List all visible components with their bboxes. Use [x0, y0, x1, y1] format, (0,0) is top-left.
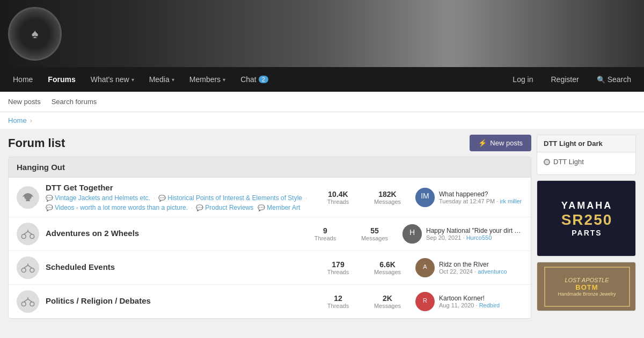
latest-date-scheduled: Oct 22, 2024: [439, 268, 473, 275]
forum-name-scheduled[interactable]: Scheduled Events: [46, 262, 310, 271]
lightning-icon: ⚡: [478, 139, 487, 147]
subforum-item: 💬 Videos - worth a lot more words than a…: [46, 204, 188, 211]
messages-label: Messages: [353, 235, 396, 241]
latest-title-scheduled[interactable]: Ridz on the RIver: [439, 261, 523, 268]
latest-date-dtt: Tuesday at 12:47 PM: [439, 198, 495, 204]
svg-point-11: [30, 302, 34, 306]
messages-label: Messages: [366, 199, 409, 205]
yamaha-text: PARTS: [572, 229, 602, 237]
nav-members[interactable]: Members ▾: [182, 67, 233, 92]
subforum-link-videos[interactable]: Videos - worth a lot more words than a p…: [55, 204, 188, 211]
svg-point-3: [30, 234, 34, 239]
new-posts-btn-label: New posts: [490, 139, 523, 147]
threads-count-adventures: 9: [304, 226, 347, 235]
forum-stats-scheduled-threads: 179 Threads: [317, 260, 360, 275]
latest-meta-politics: Aug 11, 2020 · Redbird: [439, 302, 523, 308]
page-title: Forum list: [8, 136, 65, 150]
messages-count-politics: 2K: [366, 294, 409, 303]
table-row: Adventures on 2 Wheels 9 Threads 55 Mess…: [9, 217, 531, 251]
latest-title-dtt[interactable]: What happened?: [439, 190, 523, 198]
svg-text:A: A: [423, 263, 427, 270]
latest-user-dtt[interactable]: irk miller: [500, 198, 522, 204]
nav-forums[interactable]: Forums: [40, 67, 83, 92]
forum-latest-scheduled: A Ridz on the RIver Oct 22, 2024 · adven…: [415, 258, 523, 277]
forum-stats-adventures-messages: 55 Messages: [353, 226, 396, 241]
site-banner: ♠: [0, 0, 644, 67]
forum-subforums-dtt: 💬 Vintage Jackets and Helmets etc. · 💬 H…: [46, 194, 310, 211]
forum-stats-adventures-threads: 9 Threads: [304, 226, 347, 241]
table-row: DTT Get Together 💬 Vintage Jackets and H…: [9, 178, 531, 217]
nav-home[interactable]: Home: [5, 67, 40, 92]
latest-info-politics: Kartoon Korner! Aug 11, 2020 · Redbird: [439, 295, 523, 308]
sub-navbar: New posts Search forums: [0, 92, 644, 112]
theme-widget-header: DTT Light or Dark: [537, 135, 635, 152]
subforum-link-art[interactable]: Member Art: [267, 204, 300, 211]
avatar-hurco: H: [402, 224, 422, 244]
messages-count-scheduled: 6.6K: [366, 260, 409, 269]
latest-user-politics[interactable]: Redbird: [479, 302, 500, 308]
nav-register[interactable]: Register: [544, 67, 587, 92]
bronze-ad[interactable]: LOST APOSTLE BOTM Handmade Bronze Jewelr…: [537, 262, 636, 311]
theme-widget-body: DTT Light: [537, 152, 635, 174]
subforum-link-historical[interactable]: Historical Points of Interest & Elements…: [167, 194, 302, 202]
subforum-sep: ·: [153, 194, 155, 202]
subforum-item: 💬 Member Art: [258, 204, 300, 211]
subforum-item: 💬 Historical Points of Interest & Elemen…: [158, 194, 302, 202]
breadcrumb-home[interactable]: Home: [8, 116, 27, 124]
forum-name-politics[interactable]: Politics / Religion / Debates: [46, 296, 310, 305]
avatar-irk: IM: [415, 188, 435, 207]
threads-label: Threads: [304, 235, 347, 241]
threads-label: Threads: [317, 303, 360, 309]
forum-stats-dtt-threads: 10.4K Threads: [317, 190, 360, 205]
messages-count-dtt: 182K: [366, 190, 409, 199]
subforum-link-vintage[interactable]: Vintage Jackets and Helmets etc.: [55, 194, 150, 202]
subforum-link-reviews[interactable]: Product Reviews: [205, 204, 253, 211]
forum-info-adventures: Adventures on 2 Wheels: [46, 229, 297, 240]
theme-light-label: DTT Light: [553, 158, 584, 166]
subnav-new-posts[interactable]: New posts: [8, 93, 41, 110]
new-posts-button[interactable]: ⚡ New posts: [470, 135, 531, 151]
theme-option-light[interactable]: DTT Light: [544, 158, 629, 166]
latest-title-politics[interactable]: Kartoon Korner!: [439, 295, 523, 302]
subforum-icon: 💬: [258, 204, 265, 211]
forum-latest-adventures: H Happy National "Ride your dirt bike t.…: [402, 224, 523, 244]
messages-count-adventures: 55: [353, 226, 396, 235]
site-logo: ♠: [8, 7, 62, 61]
threads-count-dtt: 10.4K: [317, 190, 360, 199]
theme-dot-icon: [544, 159, 550, 165]
latest-user-adventures[interactable]: Hurco550: [466, 234, 492, 241]
yamaha-brand: YAMAHA: [561, 200, 612, 211]
svg-point-2: [21, 234, 26, 239]
latest-title-adventures[interactable]: Happy National "Ride your dirt bike t...: [426, 227, 523, 234]
bronze-text2: BOTM: [575, 283, 598, 291]
svg-text:H: H: [409, 228, 415, 237]
members-dropdown-icon: ▾: [223, 77, 225, 83]
subforum-icon: 💬: [158, 195, 166, 202]
subforum-icon: 💬: [196, 204, 203, 211]
forum-name-adventures[interactable]: Adventures on 2 Wheels: [46, 229, 297, 238]
theme-widget: DTT Light or Dark DTT Light: [537, 135, 636, 175]
latest-meta-adventures: Sep 20, 2021 · Hurco550: [426, 234, 523, 241]
nav-whats-new-label: What's new: [91, 75, 129, 84]
nav-whats-new[interactable]: What's new ▾: [83, 67, 142, 92]
yamaha-model: SR250: [561, 211, 613, 229]
nav-search[interactable]: 🔍 Search: [589, 67, 639, 92]
subforum-sep: ·: [191, 204, 193, 211]
svg-point-10: [21, 302, 26, 306]
forum-name-dtt[interactable]: DTT Get Together: [46, 183, 310, 192]
latest-user-scheduled[interactable]: adventurco: [478, 268, 507, 275]
latest-date-politics: Aug 11, 2020: [439, 302, 474, 308]
yamaha-ad[interactable]: YAMAHA SR250 PARTS: [537, 180, 636, 256]
nav-chat[interactable]: Chat 2: [233, 67, 276, 92]
nav-login[interactable]: Log in: [505, 67, 540, 92]
subnav-search-forums[interactable]: Search forums: [52, 93, 97, 110]
forum-stats-scheduled-messages: 6.6K Messages: [366, 260, 409, 275]
subforum-icon: 💬: [46, 195, 53, 202]
chat-badge: 2: [259, 76, 268, 83]
nav-members-label: Members: [189, 75, 221, 84]
nav-right: Log in Register 🔍 Search: [505, 67, 639, 92]
nav-media[interactable]: Media ▾: [142, 67, 182, 92]
forum-info-scheduled: Scheduled Events: [46, 262, 310, 274]
svg-text:IM: IM: [421, 191, 429, 200]
bronze-text3: Handmade Bronze Jewelry: [558, 291, 616, 297]
